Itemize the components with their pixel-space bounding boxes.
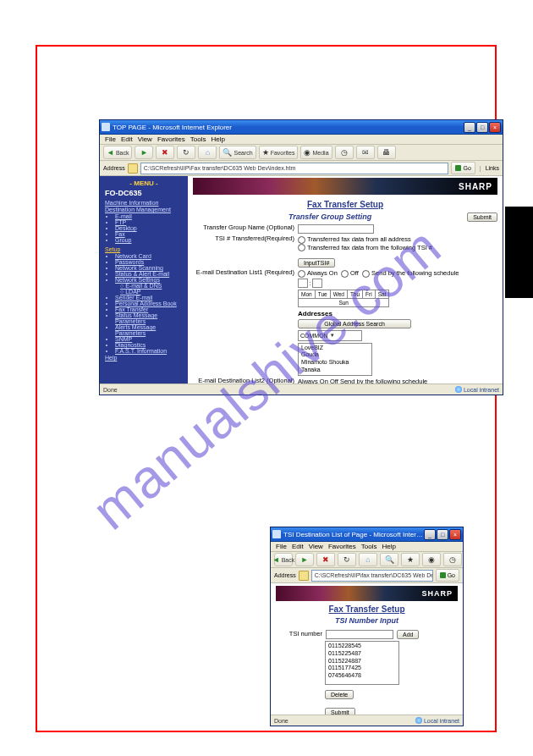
refresh-button[interactable]: ↻ <box>338 553 356 566</box>
links-label[interactable]: Links <box>486 165 499 171</box>
nav-passwords[interactable]: Passwords <box>115 259 183 265</box>
minimize-button[interactable]: _ <box>464 122 475 133</box>
nav-ftp[interactable]: FTP <box>115 219 183 225</box>
minimize-button[interactable]: _ <box>424 529 436 540</box>
list-item[interactable]: 0115224887 <box>328 658 396 665</box>
select-common[interactable]: COMMON▼ <box>298 330 362 341</box>
maximize-button[interactable]: □ <box>437 529 448 540</box>
tsi-number-list[interactable]: 0115228545 0115225487 0115224887 0115177… <box>325 641 399 685</box>
radio-tsi-all[interactable] <box>298 236 305 244</box>
address-input[interactable]: C:\SCRefresh\IIP\Fax transfer\DC635 Web … <box>140 163 449 174</box>
delete-button[interactable]: Delete <box>325 690 354 699</box>
day-tue[interactable]: Tue <box>315 290 330 298</box>
media-button[interactable]: ◉Media <box>300 146 332 159</box>
list-item[interactable]: Minamoto Shouka <box>301 359 369 367</box>
nav-ldap[interactable]: ○ LDAP <box>115 289 183 295</box>
nav-network-settings[interactable]: Network Settings <box>115 277 183 283</box>
menu-help[interactable]: Help <box>211 135 224 143</box>
menu-file[interactable]: File <box>105 135 116 143</box>
time1-hh[interactable] <box>298 279 308 288</box>
list-item[interactable]: 0745646478 <box>328 672 396 680</box>
nav-network-scanning[interactable]: Network Scanning <box>115 265 183 271</box>
list-item[interactable]: Tanaka <box>301 367 369 374</box>
menu-favorites[interactable]: Favorites <box>157 135 185 143</box>
history-button[interactable]: ◷ <box>443 553 462 566</box>
media-button[interactable]: ◉ <box>422 553 441 566</box>
nav-help[interactable]: Help <box>105 355 183 361</box>
nav-status-msg[interactable]: Status Message Parameters <box>115 312 183 324</box>
home-button[interactable]: ⌂ <box>198 146 217 159</box>
menu-tools[interactable]: Tools <box>361 543 377 550</box>
nav-alerts-msg[interactable]: Alerts Message Parameters <box>115 324 183 336</box>
add-button[interactable]: Add <box>397 630 419 639</box>
time1-mm[interactable] <box>312 279 322 288</box>
list-item[interactable]: Gouda <box>301 351 369 359</box>
list-item[interactable]: 0115228545 <box>328 643 396 650</box>
nav-fax-transfer[interactable]: Fax Transfer <box>115 306 183 312</box>
home-button[interactable]: ⌂ <box>359 553 377 566</box>
global-address-search-button[interactable]: Global Address Search <box>298 319 411 328</box>
nav-sender-email[interactable]: Sender E-mail <box>115 295 183 301</box>
print-button[interactable]: 🖶 <box>377 146 396 159</box>
list-item[interactable]: 0115225487 <box>328 650 396 658</box>
go-button[interactable]: Go <box>451 162 475 174</box>
menu-file[interactable]: File <box>276 543 287 550</box>
nav-status-alert[interactable]: Status & Alert E-mail <box>115 271 183 277</box>
nav-dest-mgmt[interactable]: Destination Management <box>105 207 183 212</box>
stop-button[interactable]: ✖ <box>316 553 335 566</box>
stop-button[interactable]: ✖ <box>156 146 174 159</box>
nav-fax[interactable]: Fax <box>115 231 183 237</box>
radio-tsi-list[interactable] <box>298 244 305 251</box>
favorites-button[interactable]: ★Favorites <box>259 146 299 159</box>
radio-always-on-1[interactable] <box>298 270 305 278</box>
refresh-button[interactable]: ↻ <box>177 146 195 159</box>
menu-tools[interactable]: Tools <box>190 135 206 143</box>
back-button[interactable]: ◄Back <box>103 146 132 159</box>
mail-button[interactable]: ✉ <box>356 146 375 159</box>
day-mon[interactable]: Mon <box>299 290 316 298</box>
close-button[interactable]: × <box>449 529 461 540</box>
nav-machine-info[interactable]: Machine Information <box>105 200 183 206</box>
nav-desktop[interactable]: Desktop <box>115 225 183 231</box>
day-sat[interactable]: Sat <box>375 290 389 298</box>
day-wed[interactable]: Wed <box>330 290 347 298</box>
maximize-button[interactable]: □ <box>476 122 488 133</box>
nav-network-card[interactable]: Network Card <box>115 253 183 259</box>
menu-favorites[interactable]: Favorites <box>328 543 356 550</box>
menu-edit[interactable]: Edit <box>292 543 304 550</box>
menu-edit[interactable]: Edit <box>121 135 133 143</box>
day-thu[interactable]: Thu <box>347 290 362 298</box>
favorites-button[interactable]: ★ <box>401 553 420 566</box>
input-tsi-button[interactable]: InputTSI# <box>298 258 335 268</box>
nav-email-dns[interactable]: ○ E-mail & DNS <box>115 283 183 289</box>
submit-button[interactable]: Submit <box>325 708 355 715</box>
submit-button-top[interactable]: Submit <box>467 212 497 222</box>
nav-email[interactable]: E-mail <box>115 213 183 219</box>
day-sun[interactable]: Sun <box>299 298 389 306</box>
input-tg-name[interactable] <box>298 224 374 234</box>
radio-off-1[interactable] <box>341 270 349 278</box>
search-button[interactable]: 🔍 <box>380 553 398 566</box>
search-button[interactable]: 🔍Search <box>219 146 256 159</box>
history-button[interactable]: ◷ <box>335 146 354 159</box>
menu-view[interactable]: View <box>138 135 152 143</box>
address-list[interactable]: LoveBIZ Gouda Minamoto Shouka Tanaka <box>298 343 372 376</box>
nav-pab[interactable]: Personal Address Book <box>115 301 183 306</box>
day-fri[interactable]: Fri <box>363 290 376 298</box>
menu-help[interactable]: Help <box>382 543 395 550</box>
list-item[interactable]: LoveBIZ <box>301 345 369 352</box>
close-button[interactable]: × <box>489 122 501 133</box>
nav-fast[interactable]: F.A.S.T. Information <box>115 348 183 354</box>
go-button[interactable]: Go <box>436 569 459 582</box>
nav-group[interactable]: Group <box>115 237 183 243</box>
radio-schedule-1[interactable] <box>362 270 370 278</box>
list-item[interactable]: 0115177425 <box>328 665 396 672</box>
nav-diagnostics[interactable]: Diagnostics <box>115 342 183 348</box>
forward-button[interactable]: ► <box>135 146 153 159</box>
menu-view[interactable]: View <box>309 543 323 550</box>
back-button[interactable]: ◄Back <box>274 553 293 566</box>
nav-setup[interactable]: Setup <box>105 246 183 252</box>
address-input[interactable]: C:\SCRefresh\IIP\fax transfer\DC635 Web … <box>311 570 433 582</box>
nav-snmp[interactable]: SNMP <box>115 336 183 342</box>
input-tsi-number[interactable] <box>326 630 393 639</box>
